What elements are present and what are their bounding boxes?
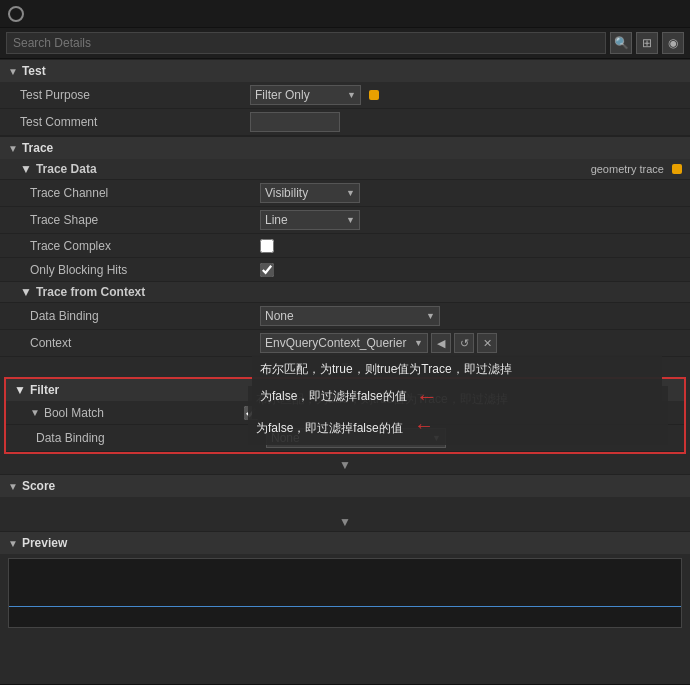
filter-section-label: Filter — [30, 383, 59, 397]
trace-collapse-arrow[interactable]: ▼ — [8, 143, 18, 154]
trace-context-select-wrap: EnvQueryContext_Querier — [260, 333, 428, 353]
app-icon — [8, 6, 24, 22]
test-section-label: Test — [22, 64, 46, 78]
trace-shape-label: Trace Shape — [30, 213, 260, 227]
preview-section-label: Preview — [22, 536, 67, 550]
test-comment-row: Test Comment — [0, 109, 690, 136]
title-bar — [0, 0, 690, 28]
trace-channel-select-wrap: Visibility Camera WorldStatic — [260, 183, 360, 203]
trace-databinding-value: None — [260, 306, 682, 326]
filter-expand-arrow[interactable]: ▼ — [0, 456, 690, 474]
trace-channel-value: Visibility Camera WorldStatic — [260, 183, 682, 203]
trace-context-refresh-button[interactable]: ↺ — [454, 333, 474, 353]
trace-from-context-header: ▼ Trace from Context — [0, 282, 690, 303]
trace-context-clear-button[interactable]: ✕ — [477, 333, 497, 353]
tracecontext-collapse-arrow[interactable]: ▼ — [20, 285, 32, 299]
preview-content — [8, 558, 682, 628]
trace-expand-arrow[interactable]: ▼ — [0, 357, 690, 375]
search-bar: 🔍 ⊞ ◉ — [0, 28, 690, 59]
test-comment-input[interactable] — [250, 112, 340, 132]
bool-match-label: Bool Match — [44, 406, 244, 420]
trace-complex-label: Trace Complex — [30, 239, 260, 253]
tracedata-collapse-arrow[interactable]: ▼ — [20, 162, 32, 176]
search-button[interactable]: 🔍 — [610, 32, 632, 54]
trace-context-label: Context — [30, 336, 260, 350]
score-expand-arrow[interactable]: ▼ — [0, 513, 690, 531]
annotation-content: 布尔匹配，为true，则true值为Trace，即过滤掉为false，即过滤掉f… — [256, 392, 508, 435]
trace-complex-value — [260, 239, 682, 253]
preview-chart-line — [9, 606, 681, 607]
trace-section-header: ▼ Trace — [0, 136, 690, 159]
bool-match-collapse-arrow[interactable]: ▼ — [30, 407, 40, 418]
test-purpose-indicator — [369, 90, 379, 100]
search-input[interactable] — [6, 32, 606, 54]
trace-shape-value: Line Box Sphere Capsule — [260, 210, 682, 230]
score-section-header: ▼ Score — [0, 474, 690, 497]
test-purpose-label: Test Purpose — [20, 88, 250, 102]
tracedata-indicator — [672, 164, 682, 174]
preview-footer-spacer — [0, 632, 690, 640]
trace-context-select[interactable]: EnvQueryContext_Querier — [260, 333, 428, 353]
test-purpose-select-wrap: Filter Only Score Only Filter and Score — [250, 85, 361, 105]
filter-collapse-arrow[interactable]: ▼ — [14, 383, 26, 397]
score-spacer — [0, 497, 690, 513]
trace-channel-row: Trace Channel Visibility Camera WorldSta… — [0, 180, 690, 207]
annotation-arrow-icon: ← — [414, 414, 434, 436]
tracedata-label: Trace Data — [36, 162, 97, 176]
annotation-text: 布尔匹配，为true，则true值为Trace，即过滤掉为false，即过滤掉f… — [248, 386, 668, 445]
tracecontext-label: Trace from Context — [36, 285, 145, 299]
test-section-header: ▼ Test — [0, 59, 690, 82]
test-purpose-row: Test Purpose Filter Only Score Only Filt… — [0, 82, 690, 109]
trace-context-controls: EnvQueryContext_Querier ◀ ↺ ✕ — [260, 333, 682, 353]
only-blocking-hits-value — [260, 263, 682, 277]
filter-databinding-label: Data Binding — [36, 431, 266, 445]
trace-complex-checkbox[interactable] — [260, 239, 274, 253]
trace-context-back-button[interactable]: ◀ — [431, 333, 451, 353]
tracedata-value: geometry trace — [591, 163, 664, 175]
trace-section-label: Trace — [22, 141, 53, 155]
trace-shape-row: Trace Shape Line Box Sphere Capsule — [0, 207, 690, 234]
test-comment-label: Test Comment — [20, 115, 250, 129]
only-blocking-hits-label: Only Blocking Hits — [30, 263, 260, 277]
trace-context-row: Context EnvQueryContext_Querier ◀ ↺ ✕ — [0, 330, 690, 357]
preview-section-header: ▼ Preview — [0, 531, 690, 554]
trace-databinding-select-wrap: None — [260, 306, 440, 326]
eye-button[interactable]: ◉ — [662, 32, 684, 54]
trace-databinding-label: Data Binding — [30, 309, 260, 323]
trace-complex-row: Trace Complex — [0, 234, 690, 258]
score-collapse-arrow[interactable]: ▼ — [8, 481, 18, 492]
trace-shape-select[interactable]: Line Box Sphere Capsule — [260, 210, 360, 230]
trace-channel-select[interactable]: Visibility Camera WorldStatic — [260, 183, 360, 203]
trace-channel-label: Trace Channel — [30, 186, 260, 200]
trace-databinding-select[interactable]: None — [260, 306, 440, 326]
test-collapse-arrow[interactable]: ▼ — [8, 66, 18, 77]
only-blocking-hits-checkbox[interactable] — [260, 263, 274, 277]
trace-data-header: ▼ Trace Data geometry trace — [0, 159, 690, 180]
grid-view-button[interactable]: ⊞ — [636, 32, 658, 54]
preview-collapse-arrow[interactable]: ▼ — [8, 538, 18, 549]
test-purpose-value: Filter Only Score Only Filter and Score — [250, 85, 682, 105]
trace-shape-select-wrap: Line Box Sphere Capsule — [260, 210, 360, 230]
test-purpose-select[interactable]: Filter Only Score Only Filter and Score — [250, 85, 361, 105]
test-comment-value — [250, 112, 682, 132]
main-content: ▼ Test Test Purpose Filter Only Score On… — [0, 59, 690, 684]
only-blocking-hits-row: Only Blocking Hits — [0, 258, 690, 282]
score-section-label: Score — [22, 479, 55, 493]
trace-databinding-row: Data Binding None — [0, 303, 690, 330]
